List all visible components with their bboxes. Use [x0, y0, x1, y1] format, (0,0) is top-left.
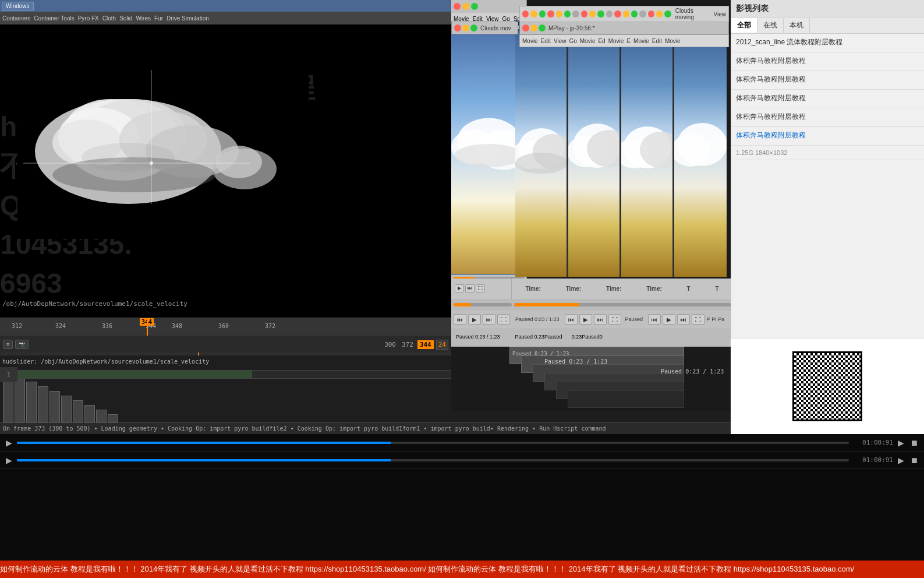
mplay-inst3-play[interactable]: ▶: [663, 314, 675, 325]
icon-green-0[interactable]: [539, 10, 546, 17]
vp-progress-2[interactable]: [17, 459, 849, 461]
houdini-menu-containertools[interactable]: Container Tools: [34, 15, 74, 22]
icon-red-4[interactable]: [648, 10, 654, 17]
vp-btn-2[interactable]: ▶: [5, 456, 13, 465]
mplay-menu-ed-0[interactable]: Ed: [598, 38, 605, 44]
mplay-inst-0-play[interactable]: ▶: [455, 284, 464, 292]
mplay-left-menu-movie[interactable]: Movie: [454, 16, 469, 22]
vp-play-1[interactable]: ▶: [897, 438, 905, 447]
video-list-item-2[interactable]: 体积奔马教程附层教程: [731, 71, 924, 90]
houdini-menu-containers[interactable]: Containers: [2, 15, 30, 22]
icon-green-1[interactable]: [564, 10, 571, 17]
mplay-menu-e-0[interactable]: E: [626, 38, 631, 44]
timeline-ruler[interactable]: 312 324 336 344 348 360 372 344: [0, 318, 451, 336]
taskbar-windows[interactable]: Windows: [2, 2, 34, 10]
icon-yellow-4[interactable]: [656, 10, 663, 17]
mplay-cascade: [515, 20, 734, 300]
mplay-menu-movie-4[interactable]: Movie: [665, 38, 681, 44]
houdini-menu-fur[interactable]: Fur: [154, 15, 163, 22]
mplay-inst3-expand[interactable]: ⛶: [692, 314, 704, 325]
icon-red-2[interactable]: [581, 10, 587, 17]
vp-play-2[interactable]: ▶: [897, 456, 905, 465]
paused-status-2: Paused 0:23Paused: [515, 334, 562, 340]
mplay-inst2-rewind[interactable]: ⏮: [565, 314, 578, 325]
mplay-inst3-fwd[interactable]: ⏭: [677, 314, 690, 325]
mplay-inst2-expand[interactable]: ⛶: [608, 314, 621, 325]
mplay-main-play[interactable]: ▶: [468, 314, 481, 325]
video-list-item-4[interactable]: 体积奔马教程附层教程: [731, 108, 924, 127]
mplay-prog-1[interactable]: [514, 303, 731, 306]
houdini-menu-wires[interactable]: Wires: [136, 15, 151, 22]
mplay-inst-0-fwd[interactable]: ⏭: [465, 284, 475, 292]
vp-stop-2[interactable]: ⏹: [909, 456, 919, 465]
mplay-close-main[interactable]: [522, 24, 529, 31]
mplay-main-rewind[interactable]: ⏮: [454, 314, 466, 325]
rp-tab-local[interactable]: 本机: [784, 18, 810, 33]
mplay-left-menu-go[interactable]: Go: [502, 16, 509, 22]
houdini-menu-solid[interactable]: Solid: [119, 15, 132, 22]
mplay-menu-view-0[interactable]: View: [554, 38, 567, 44]
vp-progress-1[interactable]: [17, 442, 849, 444]
icon-yellow-2[interactable]: [589, 10, 596, 17]
paused-label-1: Paused: [625, 316, 643, 322]
mplay-min-main[interactable]: [530, 24, 537, 31]
mplay-menu-movie-2[interactable]: Movie: [608, 38, 624, 44]
houdini-menu-cloth[interactable]: Cloth: [102, 15, 116, 22]
vli-title-5: 体积奔马教程附层教程: [736, 131, 919, 140]
mplay-left-menu-view[interactable]: View: [486, 16, 499, 22]
icon-yellow-0[interactable]: [530, 10, 537, 17]
icon-green-2[interactable]: [597, 10, 604, 17]
icon-red-1[interactable]: [547, 10, 554, 17]
mplay-filmstrip-area: [515, 20, 734, 300]
mplay-inst2-play[interactable]: ▶: [579, 314, 592, 325]
icon-green-3[interactable]: [631, 10, 638, 17]
tick-324: 324: [55, 323, 66, 329]
mplay-menu-edit-1[interactable]: Edit: [652, 38, 662, 44]
windows-taskbar[interactable]: Windows: [0, 0, 451, 12]
mplay-min-left[interactable]: [462, 3, 469, 10]
video-list-item-0[interactable]: 2012_scan_line 流体教程附层教程: [731, 34, 924, 52]
icon-red-3[interactable]: [614, 10, 621, 17]
icon-yellow-3[interactable]: [623, 10, 629, 17]
mplay-max-left[interactable]: [471, 3, 478, 10]
mplay-tl-close[interactable]: [454, 24, 461, 31]
mplay-inst-0-expand[interactable]: ⛶: [476, 284, 485, 292]
ctrl-btn-cam[interactable]: 📷: [15, 340, 29, 349]
video-list-item-5[interactable]: 体积奔马教程附层教程: [731, 127, 924, 146]
mplay-inst3-rewind[interactable]: ⏮: [648, 314, 661, 325]
mplay-inst3-pa: Pa: [718, 316, 724, 322]
mplay-left-menu-edit[interactable]: Edit: [473, 16, 483, 22]
mplay-menu-movie-0[interactable]: Movie: [522, 38, 538, 44]
rp-tab-online[interactable]: 在线: [757, 18, 784, 33]
mplay-prog-0[interactable]: [454, 303, 512, 306]
mplay-max-main[interactable]: [539, 24, 546, 31]
svg-point-25: [515, 153, 568, 174]
vp-stop-1[interactable]: ⏹: [909, 438, 919, 447]
mplay-main-fwd[interactable]: ⏭: [483, 314, 495, 325]
mplay-inst2-fwd[interactable]: ⏭: [594, 314, 607, 325]
mplay-tl-min[interactable]: [462, 24, 469, 31]
timeline-playhead[interactable]: [147, 318, 148, 336]
houdini-menu-pyrofx[interactable]: Pyro FX: [78, 15, 99, 22]
icon-red-0[interactable]: [522, 10, 529, 17]
mplay-close-left[interactable]: [454, 3, 461, 10]
icon-yellow-1[interactable]: [556, 10, 562, 17]
mplay-menu-movie-3[interactable]: Movie: [633, 38, 649, 44]
mplay-main-expand[interactable]: ⛶: [497, 314, 510, 325]
houdini-menu-drive[interactable]: Drive Simulation: [167, 15, 209, 22]
vp-btn-1[interactable]: ▶: [5, 438, 13, 447]
mplay-menu-movie-1[interactable]: Movie: [580, 38, 596, 44]
video-list-item-1[interactable]: 体积奔马教程附层教程: [731, 52, 924, 71]
mplay-menu-go-0[interactable]: Go: [569, 38, 576, 44]
current-frame-input[interactable]: 344: [417, 340, 434, 349]
icon-gray-1[interactable]: [606, 10, 613, 17]
hud-label: /obj/AutoDopNetwork/sourcevolume1/scale_…: [0, 299, 190, 309]
mplay-menu-edit-0[interactable]: Edit: [541, 38, 551, 44]
rp-tab-all[interactable]: 全部: [731, 18, 757, 33]
mplay-tl-max[interactable]: [470, 24, 477, 31]
icon-gray-0[interactable]: [572, 10, 579, 17]
video-list-item-3[interactable]: 体积奔马教程附层教程: [731, 90, 924, 108]
ctrl-btn-list[interactable]: ≡: [3, 340, 13, 349]
icon-green-4[interactable]: [664, 10, 671, 17]
icon-gray-2[interactable]: [639, 10, 646, 17]
